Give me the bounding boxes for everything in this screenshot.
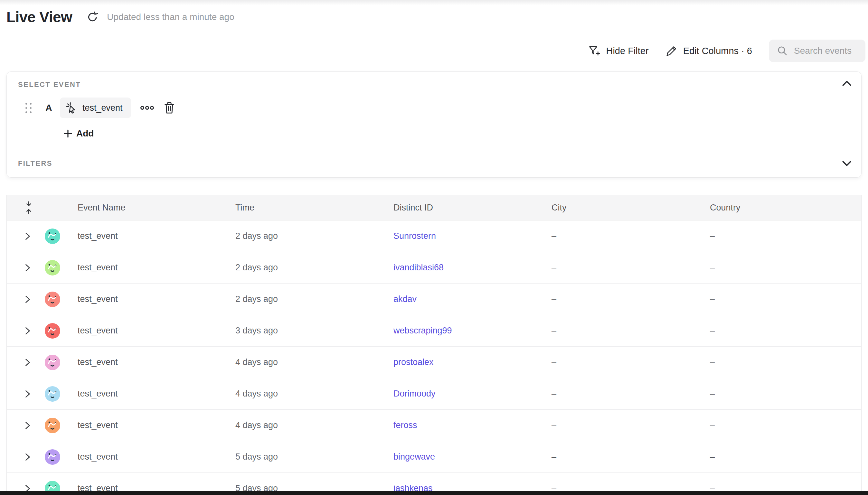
table-row: test_event 5 days ago bingewave – – xyxy=(7,441,861,473)
page-header: Live View Updated less than a minute ago xyxy=(6,8,234,26)
more-options-button[interactable] xyxy=(139,103,155,112)
column-header-distinct-id[interactable]: Distinct ID xyxy=(393,203,551,213)
table-body: test_event 2 days ago Sunrostern – – xyxy=(7,220,861,495)
table-row: test_event 2 days ago ivandiblasi68 – – xyxy=(7,252,861,284)
country-cell: – xyxy=(710,357,861,367)
table-header: Event Name Time Distinct ID City Country xyxy=(7,195,861,220)
country-cell: – xyxy=(710,452,861,462)
refresh-button[interactable] xyxy=(86,10,100,24)
updated-text: Updated less than a minute ago xyxy=(107,12,234,22)
city-cell: – xyxy=(551,452,710,462)
city-cell: – xyxy=(551,326,710,336)
expand-row-button[interactable] xyxy=(25,358,31,366)
event-name-cell: test_event xyxy=(78,420,235,430)
expand-row-button[interactable] xyxy=(25,421,31,430)
chevron-right-icon xyxy=(25,327,31,335)
table-row: test_event 2 days ago Sunrostern – – xyxy=(7,220,861,252)
chevron-right-icon xyxy=(25,295,31,304)
column-header-event-name[interactable]: Event Name xyxy=(78,203,235,213)
delete-event-button[interactable] xyxy=(163,101,175,115)
event-name-cell: test_event xyxy=(78,294,235,304)
expand-row-button[interactable] xyxy=(25,390,31,398)
time-cell: 2 days ago xyxy=(235,294,393,304)
event-pill[interactable]: test_event xyxy=(60,98,131,118)
top-gradient xyxy=(0,0,868,5)
edit-columns-button[interactable]: Edit Columns · 6 xyxy=(665,45,752,57)
time-cell: 5 days ago xyxy=(235,452,393,462)
column-header-time[interactable]: Time xyxy=(235,203,393,213)
event-name-cell: test_event xyxy=(78,326,235,336)
page-title: Live View xyxy=(6,8,72,26)
distinct-id-link[interactable]: feross xyxy=(393,420,417,430)
column-header-city[interactable]: City xyxy=(551,203,710,213)
avatar xyxy=(45,292,60,307)
event-name-cell: test_event xyxy=(78,452,235,462)
country-cell: – xyxy=(710,294,861,304)
chevron-right-icon xyxy=(25,358,31,366)
filter-plus-icon xyxy=(588,45,600,57)
distinct-id-link[interactable]: Dorimoody xyxy=(393,389,436,398)
search-icon xyxy=(777,45,788,57)
search-input[interactable] xyxy=(793,45,858,56)
city-cell: – xyxy=(551,420,710,430)
event-name-cell: test_event xyxy=(78,262,235,273)
country-cell: – xyxy=(710,262,861,273)
event-name-cell: test_event xyxy=(78,357,235,367)
table-row: test_event 4 days ago feross – – xyxy=(7,410,861,441)
chevron-right-icon xyxy=(25,421,31,430)
step-label: A xyxy=(46,103,52,113)
distinct-id-link[interactable]: akdav xyxy=(393,294,416,304)
search-box[interactable] xyxy=(769,39,865,62)
event-pill-label: test_event xyxy=(82,103,123,113)
avatar xyxy=(45,228,60,244)
plus-icon xyxy=(64,129,72,138)
drag-handle-icon[interactable] xyxy=(25,103,32,113)
trash-icon xyxy=(164,101,175,114)
time-cell: 3 days ago xyxy=(235,326,393,336)
event-name-cell: test_event xyxy=(78,231,235,241)
expand-row-button[interactable] xyxy=(25,263,31,272)
add-event-button[interactable]: Add xyxy=(62,127,95,140)
chevron-right-icon xyxy=(25,263,31,272)
country-cell: – xyxy=(710,389,861,399)
country-cell: – xyxy=(710,326,861,336)
distinct-id-link[interactable]: bingewave xyxy=(393,452,435,462)
country-cell: – xyxy=(710,231,861,241)
table-row: test_event 4 days ago Dorimoody – – xyxy=(7,378,861,410)
table-row: test_event 3 days ago webscraping99 – – xyxy=(7,315,861,347)
distinct-id-link[interactable]: prostoalex xyxy=(393,357,434,367)
distinct-id-link[interactable]: ivandiblasi68 xyxy=(393,262,444,272)
expand-row-button[interactable] xyxy=(25,232,31,240)
city-cell: – xyxy=(551,231,710,241)
collapse-rows-icon xyxy=(25,201,33,214)
hide-filter-label: Hide Filter xyxy=(606,46,648,56)
avatar xyxy=(45,386,60,402)
distinct-id-link[interactable]: webscraping99 xyxy=(393,326,452,335)
event-row: A test_event xyxy=(25,98,175,118)
event-name-cell: test_event xyxy=(78,389,235,399)
collapse-section-button[interactable] xyxy=(841,79,853,88)
time-cell: 4 days ago xyxy=(235,389,393,399)
expand-row-button[interactable] xyxy=(25,327,31,335)
collapse-rows-button[interactable] xyxy=(25,201,33,214)
distinct-id-link[interactable]: Sunrostern xyxy=(393,231,436,241)
column-header-country[interactable]: Country xyxy=(710,203,861,213)
filters-row[interactable]: FILTERS xyxy=(7,149,861,177)
filters-expand-button[interactable] xyxy=(841,159,853,168)
city-cell: – xyxy=(551,294,710,304)
filters-label: FILTERS xyxy=(18,159,52,168)
cursor-click-icon xyxy=(66,102,78,114)
expand-row-button[interactable] xyxy=(25,295,31,304)
chevron-right-icon xyxy=(25,232,31,240)
toolbar: Hide Filter Edit Columns · 6 xyxy=(588,39,865,63)
refresh-icon xyxy=(87,11,99,23)
hide-filter-button[interactable]: Hide Filter xyxy=(588,45,648,57)
expand-row-button[interactable] xyxy=(25,453,31,461)
chevron-right-icon xyxy=(25,453,31,461)
more-options-icon xyxy=(140,104,154,112)
city-cell: – xyxy=(551,357,710,367)
city-cell: – xyxy=(551,262,710,273)
country-cell: – xyxy=(710,420,861,430)
chevron-up-icon xyxy=(842,80,852,87)
bottom-bar xyxy=(0,491,868,495)
